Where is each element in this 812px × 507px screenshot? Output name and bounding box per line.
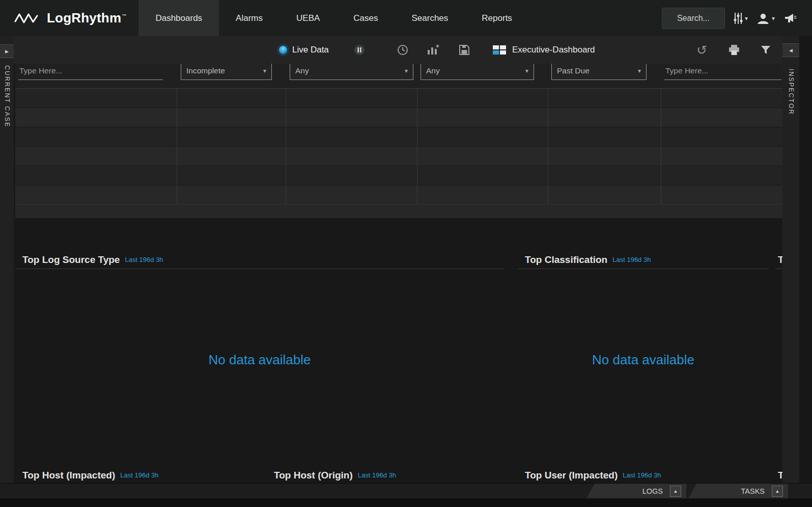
widget-header-top-host-origin: Top Host (Origin) Last 196d 3h bbox=[267, 466, 518, 485]
filter-dropdown-value: Any bbox=[295, 66, 309, 75]
current-case-panel-strip: ▶ CURRENT CASE bbox=[0, 36, 14, 483]
widget-time-range: Last 196d 3h bbox=[120, 471, 158, 479]
pause-icon bbox=[353, 43, 366, 57]
column-divider bbox=[417, 89, 417, 204]
triangle-left-icon: ◀ bbox=[789, 48, 793, 53]
undo-button[interactable]: ↺ bbox=[696, 36, 707, 64]
tasks-drawer-tab[interactable]: TASKS ▲ bbox=[688, 484, 788, 498]
tasks-expand-button[interactable]: ▲ bbox=[772, 486, 783, 497]
brand-name: LogRhythm™ bbox=[47, 10, 126, 26]
logrhythm-logo: LogRhythm™ bbox=[14, 10, 126, 26]
tab-dashboards[interactable]: Dashboards bbox=[138, 0, 219, 36]
live-data-toggle[interactable]: Live Data bbox=[279, 36, 329, 64]
widget-title: Top Host (Origin) bbox=[274, 470, 353, 481]
widget-title: Top Classification bbox=[525, 254, 607, 265]
widget-time-range: Last 196d 3h bbox=[623, 471, 661, 479]
tab-searches[interactable]: Searches bbox=[395, 0, 465, 36]
filter-dropdown-2[interactable]: Any ▾ bbox=[290, 64, 413, 80]
column-divider bbox=[548, 89, 548, 204]
tab-alarms[interactable]: Alarms bbox=[219, 0, 279, 36]
triangle-up-icon: ▲ bbox=[775, 489, 780, 494]
chevron-down-icon: ▾ bbox=[525, 68, 528, 74]
time-range-button[interactable] bbox=[397, 36, 409, 64]
user-icon bbox=[757, 12, 770, 24]
filter-text-input-2[interactable] bbox=[664, 64, 781, 80]
table-body bbox=[15, 89, 782, 204]
announcements-icon bbox=[783, 12, 797, 24]
filter-dropdown-value: Incomplete bbox=[186, 66, 225, 75]
tab-cases[interactable]: Cases bbox=[337, 0, 395, 36]
filter-dropdown-value: Any bbox=[426, 66, 440, 75]
user-menu[interactable]: ▾ bbox=[757, 12, 775, 24]
filter-settings-menu[interactable]: ▾ bbox=[734, 12, 748, 25]
print-icon bbox=[728, 44, 740, 56]
triangle-up-icon: ▲ bbox=[674, 489, 678, 494]
cases-table: Incomplete ▾ Any ▾ Any ▾ Past Due ▾ bbox=[15, 64, 782, 204]
widget-time-range: Last 196d 3h bbox=[612, 256, 651, 263]
column-divider bbox=[286, 89, 286, 204]
current-case-label[interactable]: CURRENT CASE bbox=[4, 65, 11, 127]
filter-dropdown-status[interactable]: Incomplete ▾ bbox=[181, 64, 272, 80]
table-row[interactable] bbox=[15, 89, 782, 108]
tab-reports[interactable]: Reports bbox=[465, 0, 529, 36]
add-widget-button[interactable] bbox=[427, 36, 440, 64]
trademark: ™ bbox=[122, 13, 126, 18]
dashboard-toolbar: Live Data Executive-Dashb bbox=[0, 36, 799, 64]
print-button[interactable] bbox=[728, 36, 740, 64]
save-dashboard-button[interactable] bbox=[458, 36, 470, 64]
table-row[interactable] bbox=[15, 185, 782, 204]
dashboard-selector[interactable]: Executive-Dashboard bbox=[493, 36, 595, 64]
widget-header-top-user-impacted: Top User (Impacted) Last 196d 3h bbox=[518, 466, 769, 485]
chevron-down-icon: ▾ bbox=[263, 68, 266, 74]
tasks-tab-label: TASKS bbox=[741, 487, 765, 495]
table-row[interactable] bbox=[15, 166, 782, 185]
dashboard-name: Executive-Dashboard bbox=[512, 45, 595, 55]
widget-title: Top Host (Impacted) bbox=[22, 470, 115, 481]
main-nav-tabs: Dashboards Alarms UEBA Cases Searches Re… bbox=[138, 0, 528, 36]
logs-tab-label: LOGS bbox=[642, 487, 663, 495]
inspector-label[interactable]: INSPECTOR bbox=[788, 69, 795, 115]
chevron-down-icon: ▾ bbox=[638, 68, 641, 74]
widget-header-top-log-source-type: Top Log Source Type Last 196d 3h bbox=[15, 251, 504, 269]
table-row[interactable] bbox=[15, 147, 782, 166]
widget-header-top-host-impacted: Top Host (Impacted) Last 196d 3h bbox=[15, 466, 267, 485]
live-data-label: Live Data bbox=[292, 45, 329, 55]
logrhythm-wave-icon bbox=[14, 11, 41, 26]
widget-empty-message: No data available bbox=[15, 269, 504, 450]
triangle-right-icon: ▶ bbox=[5, 49, 9, 54]
chevron-down-icon: ▾ bbox=[405, 68, 408, 74]
logs-drawer-tab[interactable]: LOGS ▲ bbox=[586, 484, 686, 498]
pause-button[interactable] bbox=[353, 36, 366, 64]
widget-title: Top Log Source Type bbox=[22, 254, 120, 265]
add-widget-icon bbox=[427, 44, 440, 56]
filter-dropdown-3[interactable]: Any ▾ bbox=[421, 64, 534, 80]
widget-time-range: Last 196d 3h bbox=[358, 471, 396, 479]
table-row[interactable] bbox=[15, 127, 782, 147]
tab-ueba[interactable]: UEBA bbox=[279, 0, 337, 36]
table-horizontal-scrollbar[interactable] bbox=[15, 204, 782, 218]
filter-settings-icon bbox=[734, 12, 743, 25]
widget-empty-message: No data available bbox=[518, 269, 769, 450]
filter-dropdown-due-date[interactable]: Past Due ▾ bbox=[551, 64, 647, 80]
chevron-down-icon: ▾ bbox=[745, 15, 748, 21]
table-row[interactable] bbox=[15, 108, 782, 127]
search-button[interactable]: Search... bbox=[662, 8, 725, 29]
top-nav-bar: LogRhythm™ Dashboards Alarms UEBA Cases … bbox=[0, 0, 812, 36]
dashboard-icon bbox=[493, 45, 506, 55]
clock-icon bbox=[397, 44, 409, 56]
inspector-expand-button[interactable]: ◀ bbox=[782, 43, 799, 57]
chevron-down-icon: ▾ bbox=[772, 15, 775, 21]
current-case-expand-button[interactable]: ▶ bbox=[0, 44, 14, 58]
widget-header-top-classification: Top Classification Last 196d 3h bbox=[518, 251, 769, 269]
live-data-radio-icon bbox=[279, 46, 287, 54]
window-bottom-edge bbox=[0, 498, 812, 507]
filter-button[interactable] bbox=[761, 36, 771, 64]
logs-expand-button[interactable]: ▲ bbox=[670, 486, 681, 497]
widget-title: Top User (Impacted) bbox=[525, 470, 618, 481]
announcements-button[interactable] bbox=[783, 12, 797, 24]
widget-time-range: Last 196d 3h bbox=[125, 256, 163, 263]
bottom-status-bar: LOGS ▲ TASKS ▲ bbox=[0, 483, 812, 498]
filter-text-input-1[interactable] bbox=[18, 64, 163, 80]
right-gutter bbox=[799, 36, 812, 483]
column-divider bbox=[661, 89, 661, 204]
